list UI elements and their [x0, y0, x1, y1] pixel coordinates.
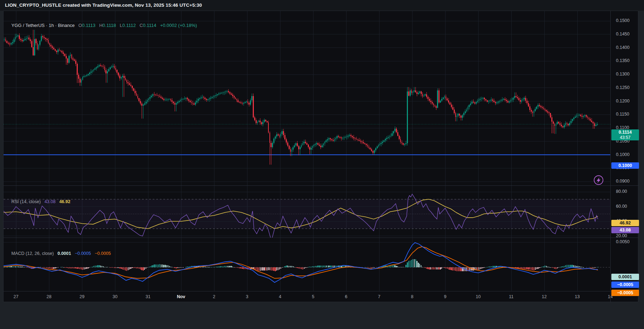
- pane-separator-rsi[interactable]: [4, 185, 639, 186]
- macd-tag: −0.0005: [611, 281, 639, 288]
- last-price-tag: 0.1114 43:57: [611, 129, 639, 140]
- change-value: +0.0002 (+0.18%): [160, 23, 197, 28]
- top-bar: LION_CRYPTO_HUSTLE created with TradingV…: [0, 0, 644, 11]
- pane-separator-macd[interactable]: [4, 238, 639, 238]
- time-axis-separator: [4, 291, 639, 291]
- rsi-ma-value: 46.92: [59, 199, 70, 204]
- macd-line-value: −0.0005: [75, 251, 91, 256]
- bar-countdown: 43:57: [611, 135, 639, 140]
- macd-pane-canvas[interactable]: [4, 238, 610, 291]
- macd-legend[interactable]: MACD (12, 26, close) 0.0001 −0.0005 −0.0…: [11, 251, 111, 256]
- rsi-title: RSI (14, close): [11, 199, 41, 204]
- bottom-bar: TradingView @ As₮d Singh: [0, 302, 644, 329]
- time-tick-4: 4: [272, 294, 288, 299]
- time-tick-6: 6: [338, 294, 354, 299]
- open-key: O: [78, 23, 82, 28]
- low-key: L: [120, 23, 122, 28]
- macd-hist-value: 0.0001: [58, 251, 71, 256]
- macd-hist-tag: 0.0001: [611, 274, 639, 280]
- time-tick-8: 8: [404, 294, 420, 299]
- symbol-legend[interactable]: YGG / TetherUS · 1h · Binance O0.1113 H0…: [11, 23, 197, 28]
- last-price-value: 0.1114: [611, 129, 639, 135]
- time-tick-10: 10: [470, 294, 486, 299]
- time-tick-11: 11: [503, 294, 519, 299]
- time-tick-5: 5: [305, 294, 321, 299]
- rsi-pane-canvas[interactable]: [4, 185, 610, 238]
- level-line-tag: 0.1000: [611, 162, 639, 169]
- time-tick-27: 27: [8, 294, 24, 299]
- chart-widget: 0.15000.14500.14000.13500.13000.12500.12…: [3, 11, 638, 302]
- time-tick-3: 3: [239, 294, 255, 299]
- price-tick-0.1000: 0.1000: [616, 152, 638, 157]
- price-tick-0.1400: 0.1400: [616, 45, 638, 50]
- price-tick-0.1200: 0.1200: [616, 99, 638, 104]
- price-tick-0.1150: 0.1150: [616, 112, 638, 117]
- macd-signal-tag: −0.0005: [611, 290, 639, 296]
- time-tick-28: 28: [41, 294, 57, 299]
- rsi-value: 43.08: [44, 199, 55, 204]
- macd-tick-0.0050: 0.0050: [616, 239, 638, 244]
- open-value: 0.1113: [82, 23, 95, 28]
- rsi-tag: 43.08: [611, 227, 639, 233]
- price-tick-0.1250: 0.1250: [616, 85, 638, 90]
- time-tick-31: 31: [140, 294, 156, 299]
- time-tick-29: 29: [74, 294, 90, 299]
- price-tick-0.1450: 0.1450: [616, 32, 638, 37]
- symbol-title: YGG / TetherUS · 1h · Binance: [11, 23, 75, 28]
- boost-lightning-icon[interactable]: [594, 176, 603, 185]
- time-tick-2: 2: [206, 294, 222, 299]
- price-tick-0.1350: 0.1350: [616, 58, 638, 63]
- rsi-legend[interactable]: RSI (14, close) 43.08 46.92: [11, 199, 70, 204]
- tradingview-snapshot: LION_CRYPTO_HUSTLE created with TradingV…: [0, 0, 644, 329]
- close-key: C: [140, 23, 143, 28]
- high-value: 0.1118: [103, 23, 116, 28]
- low-value: 0.1112: [122, 23, 136, 28]
- price-tick-0.0900: 0.0900: [616, 179, 638, 184]
- price-axis-separator: [610, 11, 611, 302]
- time-tick-13: 13: [569, 294, 585, 299]
- high-key: H: [99, 23, 102, 28]
- rsi-tick-60.00: 60.00: [616, 204, 638, 209]
- price-pane-canvas[interactable]: [4, 11, 610, 185]
- macd-signal-value: −0.0005: [95, 251, 111, 256]
- macd-title: MACD (12, 26, close): [11, 251, 54, 256]
- close-value: 0.1114: [143, 23, 156, 28]
- time-tick-Nov: Nov: [173, 294, 189, 299]
- price-tick-0.1500: 0.1500: [616, 18, 638, 23]
- snapshot-title: LION_CRYPTO_HUSTLE created with TradingV…: [5, 2, 202, 8]
- rsi-ma-tag: 46.92: [611, 220, 639, 226]
- time-tick-7: 7: [371, 294, 387, 299]
- time-tick-9: 9: [437, 294, 453, 299]
- price-tick-0.1300: 0.1300: [616, 72, 638, 77]
- time-tick-30: 30: [107, 294, 123, 299]
- time-tick-12: 12: [536, 294, 552, 299]
- rsi-tick-80.00: 80.00: [616, 189, 638, 194]
